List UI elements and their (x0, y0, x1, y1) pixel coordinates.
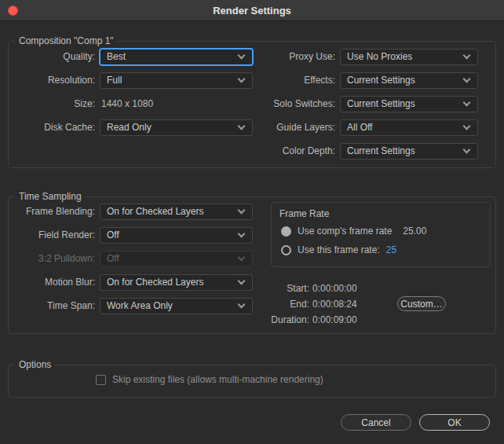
ok-button[interactable]: OK (419, 414, 490, 431)
custom-frame-rate-option: Use this frame rate: 25 (281, 241, 396, 259)
proxy-use-row: Proxy Use: Use No Proxies (268, 45, 478, 68)
disk-cache-value: Read Only (107, 122, 152, 133)
solo-switches-dropdown[interactable]: Current Settings (340, 96, 478, 112)
duration-value: 0:00:09:00 (312, 314, 357, 325)
motion-blur-row: Motion Blur: On for Checked Layers (16, 270, 253, 294)
effects-dropdown[interactable]: Current Settings (340, 72, 478, 89)
color-depth-dropdown[interactable]: Current Settings (340, 143, 478, 160)
comp-frame-rate-option: Use comp's frame rate 25.00 (281, 222, 426, 240)
chevron-down-icon (463, 52, 471, 60)
custom-frame-rate-value[interactable]: 25 (386, 244, 396, 255)
time-span-row: Time Span: Work Area Only (16, 294, 253, 317)
disk-cache-row: Disk Cache: Read Only (16, 116, 253, 139)
pulldown-value: Off (107, 253, 119, 264)
effects-row: Effects: Current Settings (268, 68, 478, 92)
motion-blur-value: On for Checked Layers (107, 277, 203, 288)
field-render-dropdown[interactable]: Off (100, 227, 253, 244)
color-depth-value: Current Settings (347, 145, 415, 156)
start-row: Start: 0:00:00:00 (267, 281, 408, 296)
comp-frame-rate-label: Use comp's frame rate (298, 226, 392, 237)
solo-switches-label: Solo Switches: (268, 98, 335, 109)
skip-existing-checkbox[interactable] (96, 375, 106, 385)
chevron-down-icon (463, 99, 471, 107)
frame-rate-section: Frame Rate Use comp's frame rate 25.00 U… (271, 202, 491, 267)
skip-existing-label: Skip existing files (allows multi-machin… (112, 374, 323, 385)
disk-cache-label: Disk Cache: (16, 122, 95, 133)
quality-row: Quality: Best (16, 45, 253, 68)
frame-blending-dropdown[interactable]: On for Checked Layers (100, 204, 253, 220)
guide-layers-dropdown[interactable]: All Off (340, 119, 478, 136)
solo-switches-value: Current Settings (347, 98, 415, 109)
size-row: Size: 1440 x 1080 (16, 92, 253, 116)
size-value: 1440 x 1080 (101, 98, 153, 109)
chevron-down-icon (238, 254, 246, 262)
field-render-value: Off (107, 229, 119, 240)
frame-blending-label: Frame Blending: (16, 206, 95, 217)
frame-rate-section-label: Frame Rate (279, 208, 329, 219)
resolution-label: Resolution: (16, 75, 95, 86)
quality-label: Quality: (16, 51, 95, 62)
proxy-use-dropdown[interactable]: Use No Proxies (340, 49, 478, 65)
chevron-down-icon (463, 75, 471, 83)
proxy-use-value: Use No Proxies (347, 51, 412, 62)
chevron-down-icon (238, 277, 246, 285)
pulldown-label: 3:2 Pulldown: (16, 253, 95, 264)
time-sampling-left-column: Frame Blending: On for Checked Layers Fi… (16, 200, 253, 317)
time-span-value: Work Area Only (107, 300, 173, 311)
chevron-down-icon (463, 146, 471, 154)
chevron-down-icon (238, 75, 246, 83)
comp-frame-rate-value: 25.00 (403, 226, 426, 237)
size-label: Size: (16, 98, 95, 109)
guide-layers-value: All Off (347, 122, 372, 133)
comp-frame-rate-radio[interactable] (281, 226, 291, 237)
chevron-down-icon (238, 123, 246, 130)
disk-cache-dropdown[interactable]: Read Only (100, 119, 253, 136)
chevron-down-icon (238, 52, 246, 60)
time-summary: Start: 0:00:00:00 End: 0:00:08:24 Durati… (267, 281, 408, 328)
motion-blur-dropdown[interactable]: On for Checked Layers (100, 274, 253, 291)
duration-label: Duration: (267, 314, 309, 325)
guide-layers-label: Guide Layers: (268, 122, 335, 133)
options-section-label: Options (15, 359, 55, 370)
effects-value: Current Settings (347, 75, 415, 86)
pulldown-row: 3:2 Pulldown: Off (16, 247, 253, 270)
solo-switches-row: Solo Switches: Current Settings (268, 92, 478, 116)
composition-section: Composition "Comp 1" Quality: Best Resol… (8, 41, 496, 168)
field-render-label: Field Render: (16, 229, 95, 240)
chevron-down-icon (238, 301, 246, 309)
window-title: Render Settings (213, 5, 291, 17)
frame-blending-row: Frame Blending: On for Checked Layers (16, 200, 253, 223)
options-section: Options Skip existing files (allows mult… (8, 365, 496, 398)
quality-value: Best (107, 51, 126, 62)
end-value: 0:00:08:24 (312, 299, 357, 310)
chevron-down-icon (463, 123, 471, 130)
field-render-row: Field Render: Off (16, 223, 253, 247)
color-depth-row: Color Depth: Current Settings (268, 139, 478, 163)
end-label: End: (267, 299, 309, 310)
duration-row: Duration: 0:00:09:00 (267, 312, 408, 328)
effects-label: Effects: (268, 75, 335, 86)
custom-button[interactable]: Custom… (397, 296, 446, 311)
guide-layers-row: Guide Layers: All Off (268, 116, 478, 139)
titlebar: Render Settings (0, 0, 504, 21)
cancel-button[interactable]: Cancel (341, 414, 411, 431)
pulldown-dropdown: Off (100, 251, 253, 267)
close-button[interactable] (8, 6, 18, 16)
chevron-down-icon (238, 207, 246, 215)
time-span-label: Time Span: (16, 300, 95, 311)
proxy-use-label: Proxy Use: (268, 51, 335, 62)
composition-right-column: Proxy Use: Use No Proxies Effects: Curre… (268, 45, 478, 163)
custom-frame-rate-radio[interactable] (281, 245, 291, 255)
time-span-dropdown[interactable]: Work Area Only (100, 298, 253, 314)
start-label: Start: (267, 283, 309, 294)
quality-dropdown[interactable]: Best (100, 49, 253, 65)
start-value: 0:00:00:00 (312, 283, 357, 294)
resolution-dropdown[interactable]: Full (100, 72, 253, 89)
skip-existing-row: Skip existing files (allows multi-machin… (96, 374, 323, 385)
color-depth-label: Color Depth: (268, 145, 335, 156)
chevron-down-icon (238, 230, 246, 238)
end-row: End: 0:00:08:24 (267, 296, 408, 312)
composition-left-column: Quality: Best Resolution: Full Size: 144… (16, 45, 253, 139)
motion-blur-label: Motion Blur: (16, 277, 95, 288)
resolution-value: Full (107, 75, 122, 86)
